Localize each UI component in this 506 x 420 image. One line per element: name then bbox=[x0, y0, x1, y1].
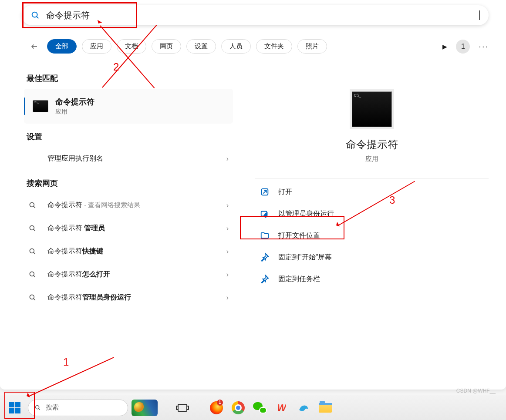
search-icon bbox=[30, 10, 40, 20]
chevron-right-icon: › bbox=[226, 225, 229, 232]
search-icon bbox=[28, 270, 37, 279]
search-input-value[interactable]: 命令提示符 bbox=[46, 10, 480, 21]
filter-row: 全部 应用 文档 网页 设置 人员 文件夹 照片 ▶ 1 ··· bbox=[30, 39, 489, 54]
filter-tab-all[interactable]: 全部 bbox=[47, 39, 77, 54]
taskbar-app-dolphin[interactable] bbox=[294, 399, 313, 417]
chevron-right-icon: › bbox=[226, 271, 229, 279]
taskbar-app-wps[interactable]: W bbox=[273, 399, 291, 417]
open-icon bbox=[260, 187, 270, 197]
taskbar-app-chrome[interactable] bbox=[229, 399, 247, 417]
taskbar-search-placeholder: 搜索 bbox=[46, 403, 59, 412]
taskbar-app-explorer[interactable] bbox=[316, 399, 334, 417]
action-pin-taskbar[interactable]: 固定到任务栏 bbox=[255, 268, 489, 290]
windows-logo-icon bbox=[9, 402, 20, 413]
shield-icon bbox=[260, 209, 270, 218]
web-item-prefix: 命令提示符 bbox=[47, 293, 82, 301]
filter-tab-settings[interactable]: 设置 bbox=[186, 39, 216, 54]
web-item-4[interactable]: 命令提示符管理员身份运行 › bbox=[24, 286, 233, 309]
web-item-bold: 管理员 bbox=[84, 224, 105, 232]
notification-badge[interactable]: 1 bbox=[456, 40, 470, 54]
web-item-prefix: 命令提示符 bbox=[47, 201, 82, 208]
svg-point-3 bbox=[30, 202, 34, 207]
settings-item-alias[interactable]: 管理应用执行别名 › bbox=[24, 147, 233, 170]
folder-icon bbox=[260, 231, 270, 240]
filter-tab-web[interactable]: 网页 bbox=[152, 39, 181, 54]
svg-line-17 bbox=[39, 408, 40, 410]
taskbar-app-taskview[interactable] bbox=[173, 399, 192, 417]
filter-tab-photos[interactable]: 照片 bbox=[297, 39, 327, 54]
filter-tab-docs[interactable]: 文档 bbox=[117, 39, 146, 54]
web-item-2[interactable]: 命令提示符快捷键 › bbox=[24, 240, 233, 263]
svg-point-11 bbox=[30, 295, 34, 299]
detail-column: 命令提示符 应用 打开 以管理员身份运行 打开文件位置 固定到"开始"屏幕 bbox=[237, 65, 489, 385]
start-button[interactable] bbox=[5, 398, 24, 417]
detail-title: 命令提示符 bbox=[255, 138, 489, 151]
taskbar-widget[interactable] bbox=[132, 400, 158, 416]
pin-icon bbox=[260, 252, 270, 262]
search-icon bbox=[28, 247, 37, 256]
search-icon bbox=[28, 224, 37, 233]
divider bbox=[255, 178, 489, 178]
best-match-result[interactable]: 命令提示符 应用 bbox=[24, 89, 233, 124]
taskbar: 搜索 1 W bbox=[0, 395, 506, 420]
svg-line-1 bbox=[37, 17, 38, 18]
web-item-prefix: 命令提示符 bbox=[47, 224, 84, 232]
spacer-icon bbox=[28, 155, 37, 163]
back-arrow-icon[interactable] bbox=[30, 43, 38, 50]
action-label: 以管理员身份运行 bbox=[278, 209, 334, 218]
web-item-prefix: 命令提示符 bbox=[47, 270, 82, 278]
svg-point-16 bbox=[36, 405, 39, 409]
settings-header: 设置 bbox=[27, 131, 233, 142]
web-item-1[interactable]: 命令提示符 管理员 › bbox=[24, 217, 233, 240]
filter-tab-folders[interactable]: 文件夹 bbox=[256, 39, 292, 54]
action-open-file-location[interactable]: 打开文件位置 bbox=[255, 225, 489, 246]
svg-point-7 bbox=[30, 249, 34, 253]
action-label: 固定到"开始"屏幕 bbox=[278, 253, 332, 262]
svg-line-10 bbox=[34, 276, 35, 277]
settings-item-label: 管理应用执行别名 bbox=[47, 154, 103, 163]
detail-app-icon bbox=[352, 91, 392, 127]
svg-line-4 bbox=[34, 206, 35, 208]
web-item-bold: 管理员身份运行 bbox=[82, 293, 131, 301]
svg-point-0 bbox=[32, 12, 37, 17]
play-icon[interactable]: ▶ bbox=[442, 43, 447, 50]
chevron-right-icon: › bbox=[226, 202, 229, 209]
detail-subtitle: 应用 bbox=[255, 155, 489, 163]
filter-tab-people[interactable]: 人员 bbox=[221, 39, 251, 54]
watermark: CSDN @WHF__ bbox=[456, 388, 496, 394]
svg-line-12 bbox=[34, 299, 35, 300]
chevron-right-icon: › bbox=[226, 155, 229, 163]
text-cursor bbox=[479, 10, 480, 20]
action-pin-start[interactable]: 固定到"开始"屏幕 bbox=[255, 246, 489, 268]
taskbar-app-firefox[interactable]: 1 bbox=[207, 399, 226, 417]
web-search-header: 搜索网页 bbox=[27, 178, 233, 188]
notification-badge-icon: 1 bbox=[217, 400, 223, 406]
search-icon bbox=[28, 293, 37, 302]
results-column: 最佳匹配 命令提示符 应用 设置 管理应用执行别名 › 搜索网页 命令提示符 -… bbox=[24, 65, 237, 385]
taskbar-search[interactable]: 搜索 bbox=[28, 400, 128, 416]
taskbar-app-wechat[interactable] bbox=[251, 399, 269, 417]
action-label: 打开 bbox=[278, 188, 292, 197]
action-open[interactable]: 打开 bbox=[255, 181, 489, 203]
web-item-3[interactable]: 命令提示符怎么打开 › bbox=[24, 263, 233, 286]
action-run-as-admin[interactable]: 以管理员身份运行 bbox=[255, 203, 489, 225]
chevron-right-icon: › bbox=[226, 248, 229, 255]
action-label: 打开文件位置 bbox=[278, 231, 320, 240]
svg-point-9 bbox=[30, 272, 34, 276]
web-item-0[interactable]: 命令提示符 - 查看网络搜索结果 › bbox=[24, 194, 233, 217]
web-item-bold: 快捷键 bbox=[82, 247, 103, 255]
best-match-subtitle: 应用 bbox=[55, 108, 94, 116]
best-match-header: 最佳匹配 bbox=[27, 73, 233, 84]
svg-line-14 bbox=[263, 190, 266, 193]
best-match-title: 命令提示符 bbox=[55, 97, 94, 107]
filter-tab-apps[interactable]: 应用 bbox=[82, 39, 111, 54]
chevron-right-icon: › bbox=[226, 294, 229, 302]
pin-icon bbox=[260, 274, 270, 284]
web-item-prefix: 命令提示符 bbox=[47, 247, 82, 255]
web-item-suffix: - 查看网络搜索结果 bbox=[82, 201, 140, 208]
more-icon[interactable]: ··· bbox=[479, 41, 489, 51]
action-label: 固定到任务栏 bbox=[278, 275, 320, 284]
search-box[interactable]: 命令提示符 bbox=[22, 5, 489, 25]
svg-line-8 bbox=[34, 252, 35, 254]
svg-line-6 bbox=[34, 229, 35, 231]
